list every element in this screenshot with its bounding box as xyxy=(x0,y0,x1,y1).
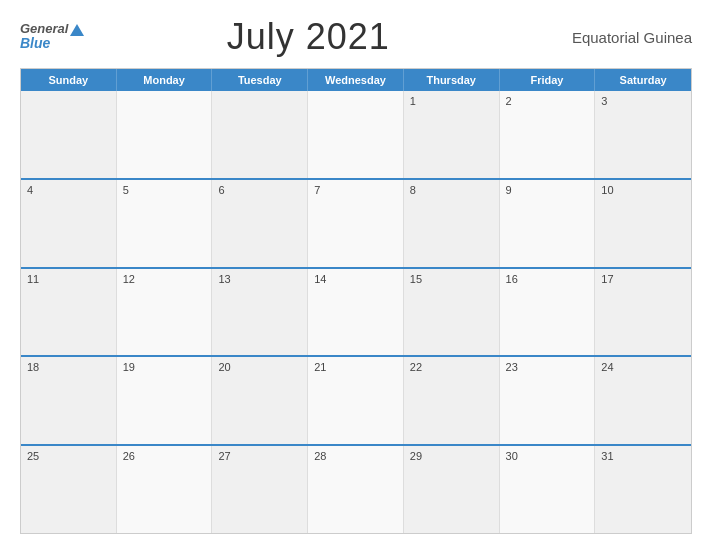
date-number: 9 xyxy=(506,184,589,196)
calendar-week-2: 45678910 xyxy=(21,180,691,269)
calendar-day-24: 24 xyxy=(595,357,691,444)
calendar-day-empty xyxy=(117,91,213,178)
calendar-day-empty xyxy=(21,91,117,178)
date-number: 20 xyxy=(218,361,301,373)
calendar-week-3: 11121314151617 xyxy=(21,269,691,358)
calendar-day-28: 28 xyxy=(308,446,404,533)
date-number: 25 xyxy=(27,450,110,462)
calendar-day-31: 31 xyxy=(595,446,691,533)
month-title: July 2021 xyxy=(227,16,390,58)
day-name-sunday: Sunday xyxy=(21,69,117,91)
day-name-monday: Monday xyxy=(117,69,213,91)
calendar-day-29: 29 xyxy=(404,446,500,533)
date-number: 29 xyxy=(410,450,493,462)
date-number: 4 xyxy=(27,184,110,196)
day-name-thursday: Thursday xyxy=(404,69,500,91)
calendar-day-2: 2 xyxy=(500,91,596,178)
date-number: 11 xyxy=(27,273,110,285)
date-number: 28 xyxy=(314,450,397,462)
calendar-day-4: 4 xyxy=(21,180,117,267)
calendar-day-1: 1 xyxy=(404,91,500,178)
calendar-day-27: 27 xyxy=(212,446,308,533)
calendar-day-17: 17 xyxy=(595,269,691,356)
date-number: 18 xyxy=(27,361,110,373)
calendar-day-15: 15 xyxy=(404,269,500,356)
date-number: 31 xyxy=(601,450,685,462)
date-number: 3 xyxy=(601,95,685,107)
logo-general-text: General xyxy=(20,22,84,36)
date-number: 1 xyxy=(410,95,493,107)
date-number: 6 xyxy=(218,184,301,196)
calendar-day-16: 16 xyxy=(500,269,596,356)
date-number: 30 xyxy=(506,450,589,462)
calendar-day-14: 14 xyxy=(308,269,404,356)
calendar-day-empty xyxy=(212,91,308,178)
date-number: 21 xyxy=(314,361,397,373)
date-number: 5 xyxy=(123,184,206,196)
calendar-day-22: 22 xyxy=(404,357,500,444)
calendar-day-13: 13 xyxy=(212,269,308,356)
calendar-week-1: 123 xyxy=(21,91,691,180)
date-number: 23 xyxy=(506,361,589,373)
day-name-wednesday: Wednesday xyxy=(308,69,404,91)
calendar-day-9: 9 xyxy=(500,180,596,267)
calendar-day-5: 5 xyxy=(117,180,213,267)
date-number: 24 xyxy=(601,361,685,373)
logo-blue-text: Blue xyxy=(20,36,84,51)
country-name: Equatorial Guinea xyxy=(532,29,692,46)
calendar-day-11: 11 xyxy=(21,269,117,356)
calendar-day-10: 10 xyxy=(595,180,691,267)
day-name-friday: Friday xyxy=(500,69,596,91)
date-number: 19 xyxy=(123,361,206,373)
calendar-day-12: 12 xyxy=(117,269,213,356)
date-number: 8 xyxy=(410,184,493,196)
calendar-week-4: 18192021222324 xyxy=(21,357,691,446)
page-header: General Blue July 2021 Equatorial Guinea xyxy=(20,16,692,58)
calendar-day-7: 7 xyxy=(308,180,404,267)
date-number: 7 xyxy=(314,184,397,196)
date-number: 26 xyxy=(123,450,206,462)
calendar-day-23: 23 xyxy=(500,357,596,444)
date-number: 2 xyxy=(506,95,589,107)
date-number: 12 xyxy=(123,273,206,285)
logo-triangle-icon xyxy=(70,24,84,36)
calendar-day-8: 8 xyxy=(404,180,500,267)
calendar-day-26: 26 xyxy=(117,446,213,533)
calendar-header: SundayMondayTuesdayWednesdayThursdayFrid… xyxy=(21,69,691,91)
calendar-day-20: 20 xyxy=(212,357,308,444)
date-number: 16 xyxy=(506,273,589,285)
calendar-day-25: 25 xyxy=(21,446,117,533)
calendar-week-5: 25262728293031 xyxy=(21,446,691,533)
date-number: 13 xyxy=(218,273,301,285)
calendar-day-3: 3 xyxy=(595,91,691,178)
logo: General Blue xyxy=(20,22,84,52)
calendar-day-19: 19 xyxy=(117,357,213,444)
day-name-tuesday: Tuesday xyxy=(212,69,308,91)
date-number: 15 xyxy=(410,273,493,285)
calendar-day-30: 30 xyxy=(500,446,596,533)
date-number: 14 xyxy=(314,273,397,285)
day-name-saturday: Saturday xyxy=(595,69,691,91)
calendar-day-6: 6 xyxy=(212,180,308,267)
date-number: 27 xyxy=(218,450,301,462)
date-number: 10 xyxy=(601,184,685,196)
date-number: 17 xyxy=(601,273,685,285)
calendar: SundayMondayTuesdayWednesdayThursdayFrid… xyxy=(20,68,692,534)
calendar-day-empty xyxy=(308,91,404,178)
date-number: 22 xyxy=(410,361,493,373)
calendar-day-18: 18 xyxy=(21,357,117,444)
calendar-body: 1234567891011121314151617181920212223242… xyxy=(21,91,691,533)
calendar-day-21: 21 xyxy=(308,357,404,444)
